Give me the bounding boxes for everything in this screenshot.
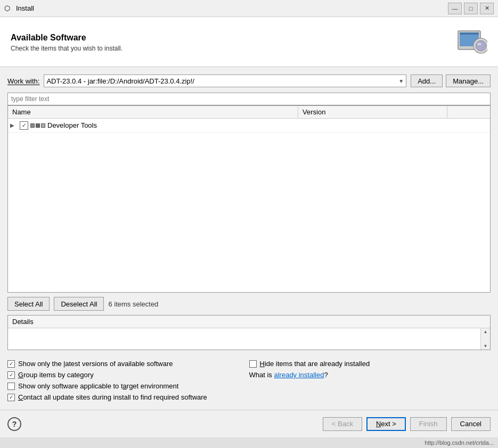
option-label-r1: Hide items that are already installed — [260, 360, 370, 368]
software-table: Name Version ▶ ✓ — [7, 105, 491, 293]
cancel-button[interactable]: Cancel — [451, 417, 491, 431]
option-label-4: Contact all update sites during install … — [18, 393, 207, 401]
title-bar-title: Install — [16, 4, 34, 12]
select-deselect-bar: Select All Deselect All 6 items selected — [7, 293, 491, 315]
finish-button[interactable]: Finish — [410, 417, 447, 431]
row-checkbox[interactable]: ✓ — [20, 121, 28, 130]
table-header-name: Name — [8, 106, 298, 118]
header-title: Available Software — [11, 33, 123, 43]
svg-point-4 — [476, 40, 486, 51]
watermark-text: http://blog.csdn.net/crtda... — [424, 439, 494, 446]
filter-box — [7, 93, 491, 105]
table-cell-extra — [447, 119, 490, 132]
title-bar-left: ⬡ Install — [4, 4, 34, 13]
maximize-button[interactable]: □ — [464, 3, 478, 14]
scroll-down-arrow-icon[interactable]: ▼ — [484, 344, 488, 349]
options-row-1: Show only the latest versions of availab… — [7, 360, 491, 368]
option-checkbox-3[interactable] — [7, 383, 15, 390]
details-textarea[interactable] — [8, 328, 480, 350]
back-button[interactable]: < Back — [323, 417, 362, 431]
options-row-3: Show only software applicable to target … — [7, 382, 491, 390]
details-title: Details — [8, 316, 490, 328]
table-header: Name Version — [8, 106, 490, 119]
deselect-all-button[interactable]: Deselect All — [54, 297, 104, 311]
option-left-4: Contact all update sites during install … — [7, 393, 491, 401]
work-with-combo[interactable]: ADT-23.0.4 - jar:file:/D:/Android/ADT-23… — [44, 74, 406, 87]
next-label: Next > — [376, 420, 396, 428]
header-icon — [455, 26, 487, 59]
already-installed-link[interactable]: already installed — [274, 371, 324, 379]
help-button[interactable]: ? — [7, 417, 21, 431]
option-right-2: What is already installed? — [249, 371, 491, 379]
option-right-1: Hide items that are already installed — [249, 360, 491, 368]
header-subtitle: Check the items that you wish to install… — [11, 45, 123, 52]
option-left-1: Show only the latest versions of availab… — [7, 360, 249, 368]
option-label-1: Show only the latest versions of availab… — [18, 360, 173, 368]
bottom-bar: ? < Back Next > Finish Cancel — [0, 410, 498, 437]
option-label-2: Group items by category — [18, 371, 94, 379]
title-bar-controls: — □ ✕ — [448, 3, 494, 14]
option-label-r2: What is already installed? — [249, 371, 328, 379]
details-scrollbar[interactable]: ▲ ▼ — [480, 328, 490, 350]
options-row-2: Group items by category What is already … — [7, 371, 491, 379]
work-with-combo-text: ADT-23.0.4 - jar:file:/D:/Android/ADT-23… — [46, 77, 194, 85]
watermark-bar: http://blog.csdn.net/crtda... — [0, 437, 498, 448]
table-header-version: Version — [298, 106, 447, 118]
selected-count-text: 6 items selected — [108, 300, 158, 308]
bottom-right: < Back Next > Finish Cancel — [323, 417, 491, 431]
bottom-left: ? — [7, 417, 21, 431]
next-button[interactable]: Next > — [366, 417, 406, 431]
option-left-3: Show only software applicable to target … — [7, 382, 491, 390]
combo-dropdown-arrow-icon: ▼ — [398, 78, 404, 84]
select-all-button[interactable]: Select All — [7, 297, 50, 311]
work-with-row: Work with: ADT-23.0.4 - jar:file:/D:/And… — [7, 74, 491, 87]
option-checkbox-2[interactable] — [7, 371, 15, 379]
scroll-up-arrow-icon[interactable]: ▲ — [484, 329, 488, 334]
dialog-content: Available Software Check the items that … — [0, 17, 498, 448]
developer-tools-icon — [30, 123, 45, 128]
header-text-block: Available Software Check the items that … — [11, 33, 123, 52]
option-checkbox-r1[interactable] — [249, 360, 257, 368]
manage-button[interactable]: Manage... — [446, 74, 491, 87]
table-header-extra — [447, 106, 490, 118]
main-body: Work with: ADT-23.0.4 - jar:file:/D:/And… — [0, 67, 498, 410]
add-button[interactable]: Add... — [411, 74, 443, 87]
expand-arrow-icon[interactable]: ▶ — [10, 122, 18, 128]
options-row-4: Contact all update sites during install … — [7, 393, 491, 401]
details-content-area: ▲ ▼ — [8, 328, 490, 350]
option-left-2: Group items by category — [7, 371, 249, 379]
work-with-buttons: Add... Manage... — [411, 74, 491, 87]
option-checkbox-4[interactable] — [7, 394, 15, 401]
svg-point-5 — [477, 43, 481, 45]
title-bar: ⬡ Install — □ ✕ — [0, 0, 498, 17]
table-body: ▶ ✓ Developer Tools — [8, 119, 490, 292]
option-checkbox-1[interactable] — [7, 360, 15, 368]
options-section: Show only the latest versions of availab… — [7, 355, 491, 410]
table-cell-name: ▶ ✓ Developer Tools — [8, 119, 298, 132]
filter-input[interactable] — [11, 95, 487, 103]
row-name-text: Developer Tools — [47, 121, 97, 129]
work-with-label: Work with: — [7, 77, 39, 85]
app-icon: ⬡ — [4, 4, 13, 13]
close-button[interactable]: ✕ — [480, 3, 494, 14]
minimize-button[interactable]: — — [448, 3, 462, 14]
header-section: Available Software Check the items that … — [0, 17, 498, 67]
details-section: Details ▲ ▼ — [7, 315, 491, 350]
table-row[interactable]: ▶ ✓ Developer Tools — [8, 119, 490, 132]
option-label-3: Show only software applicable to target … — [18, 382, 178, 390]
table-cell-version — [298, 119, 447, 132]
svg-rect-2 — [460, 32, 479, 35]
